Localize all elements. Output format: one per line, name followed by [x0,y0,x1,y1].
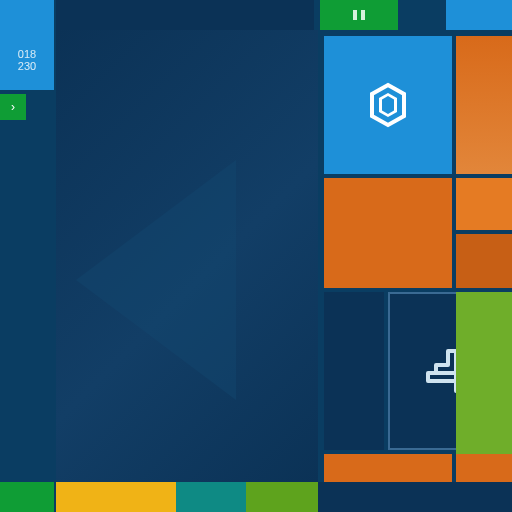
bottom-tile-dark [318,482,512,512]
app-tile-orange-4[interactable] [456,234,512,288]
app-tile-orange-6[interactable] [456,454,512,482]
app-tile-security[interactable] [324,36,452,174]
left-accent-tile[interactable]: › [0,94,26,120]
app-tile-orange-5[interactable] [324,454,452,482]
svg-marker-2 [382,96,394,114]
bottom-tile-strip [0,482,512,512]
app-tile-orange-2[interactable] [324,178,452,288]
app-tile-orange-3[interactable] [456,178,512,230]
top-tile-dark [56,0,314,30]
bottom-tile-olive[interactable] [246,482,318,512]
hexagon-shield-icon [364,81,412,129]
badge-tile[interactable]: 018 230 [0,30,54,90]
top-tile-strip [0,0,512,30]
start-canvas: 018 230 › [0,0,512,512]
bottom-tile-teal[interactable] [176,482,246,512]
top-tile-partial-blue[interactable] [0,0,54,30]
pause-icon [353,10,365,20]
chevron-right-icon: › [11,100,15,114]
app-tile-orange-1[interactable] [456,36,512,174]
top-tile-blue-right[interactable] [446,0,512,30]
bottom-tile-yellow[interactable] [56,482,176,512]
top-tile-green[interactable] [320,0,398,30]
main-dark-panel [56,30,318,482]
bottom-tile-green[interactable] [0,482,54,512]
badge-label: 018 230 [14,44,40,76]
app-tile-dark-slim[interactable] [324,292,384,450]
